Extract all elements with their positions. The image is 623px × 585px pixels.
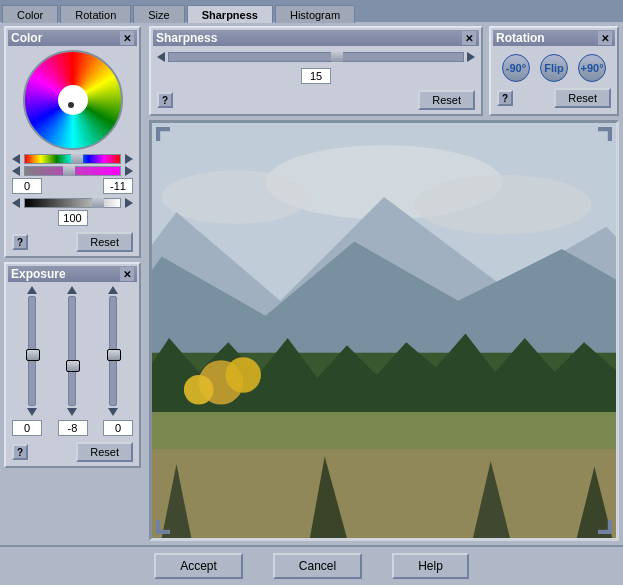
right-area: Sharpness ✕ 15 ? Reset bbox=[145, 22, 623, 545]
color-widget: Color ✕ bbox=[4, 26, 141, 258]
hue-slider-thumb[interactable] bbox=[71, 152, 83, 164]
saturation-slider-row bbox=[8, 166, 137, 176]
color-close-button[interactable]: ✕ bbox=[120, 31, 134, 45]
svg-point-3 bbox=[162, 170, 310, 223]
exp3-thumb[interactable] bbox=[107, 349, 121, 361]
exp1-up-arrow[interactable] bbox=[27, 286, 37, 294]
exposure-title-bar: Exposure ✕ bbox=[8, 266, 137, 282]
sharpness-reset-button[interactable]: Reset bbox=[418, 90, 475, 110]
sat-left-arrow[interactable] bbox=[12, 166, 20, 176]
exposure-widget: Exposure ✕ bbox=[4, 262, 141, 468]
image-frame bbox=[149, 120, 619, 541]
top-widgets: Sharpness ✕ 15 ? Reset bbox=[149, 26, 619, 116]
color-title: Color bbox=[11, 31, 42, 45]
exposure-title: Exposure bbox=[11, 267, 66, 281]
tab-color[interactable]: Color bbox=[2, 5, 58, 23]
color-wheel-center bbox=[58, 85, 88, 115]
rotation-title: Rotation bbox=[496, 31, 545, 45]
exp1-down-arrow[interactable] bbox=[27, 408, 37, 416]
exp3-track[interactable] bbox=[109, 296, 117, 406]
sat-value-display: -11 bbox=[103, 178, 133, 194]
flip-button[interactable]: Flip bbox=[540, 54, 568, 82]
sharp-right-arrow[interactable] bbox=[467, 52, 475, 62]
color-reset-button[interactable]: Reset bbox=[76, 232, 133, 252]
cancel-button[interactable]: Cancel bbox=[273, 553, 362, 579]
hue-slider-row bbox=[8, 154, 137, 164]
exposure-widget-bottom: ? Reset bbox=[8, 440, 137, 464]
main-area: Color ✕ bbox=[0, 22, 623, 545]
bright-left-arrow[interactable] bbox=[12, 198, 20, 208]
exp2-track[interactable] bbox=[68, 296, 76, 406]
sharpness-title: Sharpness bbox=[156, 31, 217, 45]
rotation-buttons-area: -90° Flip +90° bbox=[493, 50, 615, 86]
sharpness-close-button[interactable]: ✕ bbox=[462, 31, 476, 45]
sat-slider-track[interactable] bbox=[24, 166, 121, 176]
exp3-value: 0 bbox=[103, 420, 133, 436]
rotation-widget: Rotation ✕ -90° Flip +90° bbox=[489, 26, 619, 116]
rotate-plus90-label: +90° bbox=[580, 62, 603, 74]
bright-slider-thumb[interactable] bbox=[92, 196, 104, 208]
sharpness-track[interactable] bbox=[168, 52, 464, 62]
tab-rotation[interactable]: Rotation bbox=[60, 5, 131, 23]
image-display bbox=[152, 123, 616, 538]
accept-button[interactable]: Accept bbox=[154, 553, 243, 579]
exposure-slider-3 bbox=[108, 286, 118, 416]
sat-slider-thumb[interactable] bbox=[63, 164, 75, 176]
exp3-up-arrow[interactable] bbox=[108, 286, 118, 294]
bright-slider-track[interactable] bbox=[24, 198, 121, 208]
tab-bar: Color Rotation Size Sharpness Histogram bbox=[0, 0, 623, 22]
tab-histogram[interactable]: Histogram bbox=[275, 5, 355, 23]
svg-point-10 bbox=[225, 357, 261, 393]
left-panel: Color ✕ bbox=[0, 22, 145, 545]
sharpness-thumb[interactable] bbox=[331, 50, 343, 62]
exp2-down-arrow[interactable] bbox=[67, 408, 77, 416]
hue-value-display: 0 bbox=[12, 178, 42, 194]
sharpness-title-bar: Sharpness ✕ bbox=[153, 30, 479, 46]
flip-label: Flip bbox=[544, 62, 564, 74]
exposure-sliders-area bbox=[8, 286, 137, 416]
sat-right-arrow[interactable] bbox=[125, 166, 133, 176]
color-help-button[interactable]: ? bbox=[12, 234, 28, 250]
exposure-reset-button[interactable]: Reset bbox=[76, 442, 133, 462]
help-button[interactable]: Help bbox=[392, 553, 469, 579]
exposure-slider-2 bbox=[67, 286, 77, 416]
tab-sharpness[interactable]: Sharpness bbox=[187, 5, 273, 23]
rotation-reset-button[interactable]: Reset bbox=[554, 88, 611, 108]
tab-size[interactable]: Size bbox=[133, 5, 184, 23]
svg-point-11 bbox=[184, 375, 214, 405]
color-wheel[interactable] bbox=[23, 50, 123, 150]
exp1-value: 0 bbox=[12, 420, 42, 436]
bright-right-arrow[interactable] bbox=[125, 198, 133, 208]
rotate-minus90-button[interactable]: -90° bbox=[502, 54, 530, 82]
sharpness-widget-bottom: ? Reset bbox=[153, 88, 479, 112]
hue-right-arrow[interactable] bbox=[125, 154, 133, 164]
hue-left-arrow[interactable] bbox=[12, 154, 20, 164]
exp2-thumb[interactable] bbox=[66, 360, 80, 372]
rotation-close-button[interactable]: ✕ bbox=[598, 31, 612, 45]
color-wheel-container bbox=[8, 50, 137, 150]
color-wheel-dot bbox=[68, 102, 74, 108]
sharpness-help-button[interactable]: ? bbox=[157, 92, 173, 108]
exp2-value: -8 bbox=[58, 420, 88, 436]
rotation-help-button[interactable]: ? bbox=[497, 90, 513, 106]
bottom-bar: Accept Cancel Help bbox=[0, 545, 623, 585]
exp3-down-arrow[interactable] bbox=[108, 408, 118, 416]
sharpness-widget: Sharpness ✕ 15 ? Reset bbox=[149, 26, 483, 116]
exposure-help-button[interactable]: ? bbox=[12, 444, 28, 460]
rotate-minus90-label: -90° bbox=[506, 62, 526, 74]
hue-slider-track[interactable] bbox=[24, 154, 121, 164]
exp1-thumb[interactable] bbox=[26, 349, 40, 361]
sharpness-slider-row bbox=[153, 50, 479, 64]
exposure-slider-1 bbox=[27, 286, 37, 416]
mountain-svg bbox=[152, 123, 616, 538]
brightness-slider-row bbox=[8, 198, 137, 208]
color-value-row: 0 -11 bbox=[8, 178, 137, 194]
rotate-plus90-button[interactable]: +90° bbox=[578, 54, 606, 82]
rotation-title-bar: Rotation ✕ bbox=[493, 30, 615, 46]
sharpness-value-display: 15 bbox=[301, 68, 331, 84]
sharp-left-arrow[interactable] bbox=[157, 52, 165, 62]
exp1-track[interactable] bbox=[28, 296, 36, 406]
exposure-close-button[interactable]: ✕ bbox=[120, 267, 134, 281]
color-title-bar: Color ✕ bbox=[8, 30, 137, 46]
exp2-up-arrow[interactable] bbox=[67, 286, 77, 294]
